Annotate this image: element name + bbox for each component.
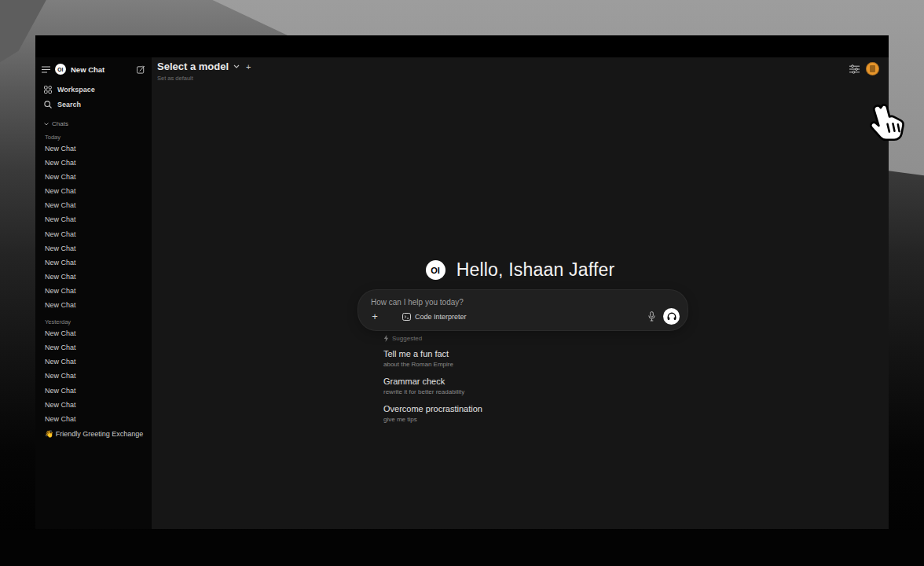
suggested-section: Suggested Tell me a fun fact about the R… (383, 334, 682, 424)
model-selector[interactable]: Select a model + (157, 61, 251, 72)
chat-item[interactable]: New Chat (42, 326, 145, 340)
code-interpreter-toggle[interactable]: Code Interpreter (402, 313, 467, 321)
chat-item[interactable]: New Chat (42, 369, 145, 383)
chevron-down-icon (44, 123, 49, 126)
chat-item[interactable]: New Chat (42, 284, 145, 298)
sidebar: OI New Chat Workspace (35, 57, 152, 529)
sidebar-item-label: Workspace (57, 86, 95, 94)
main-area: Select a model + Set as default OI Hello… (152, 57, 889, 529)
chat-item[interactable]: New Chat (42, 227, 145, 241)
terminal-icon (402, 313, 411, 321)
user-avatar[interactable] (866, 62, 879, 75)
voice-call-button[interactable] (663, 308, 680, 325)
chat-item[interactable]: New Chat (42, 298, 145, 312)
chat-item[interactable]: New Chat (42, 412, 145, 426)
set-as-default-button[interactable]: Set as default (157, 75, 251, 82)
chat-item[interactable]: New Chat (42, 142, 145, 156)
suggestion-list: Tell me a fun fact about the Roman Empir… (383, 349, 682, 424)
window-top-strip (35, 35, 889, 57)
chat-item[interactable]: New Chat (42, 198, 145, 212)
chat-item-named[interactable]: 👋 Friendly Greeting Exchange (42, 427, 145, 441)
app-window: OI New Chat Workspace (35, 35, 889, 529)
sparkle-icon (383, 335, 389, 342)
sidebar-item-workspace[interactable]: Workspace (42, 82, 145, 97)
controls-sliders-icon[interactable] (849, 64, 860, 74)
suggestion-item[interactable]: Tell me a fun fact about the Roman Empir… (383, 349, 682, 369)
add-model-button[interactable]: + (246, 62, 251, 72)
chat-item[interactable]: New Chat (42, 340, 145, 355)
model-selector-label: Select a model (157, 61, 229, 72)
headphones-icon (667, 312, 676, 321)
microphone-icon[interactable] (648, 311, 655, 322)
suggestion-item[interactable]: Overcome procrastination give me tips (383, 404, 682, 424)
chat-composer: + Code Interpreter (358, 289, 688, 331)
new-chat-icon[interactable] (137, 65, 145, 74)
background-bottom-bar (0, 530, 924, 566)
chat-item[interactable]: New Chat (42, 255, 145, 270)
sidebar-item-search[interactable]: Search (42, 97, 145, 112)
chat-groups: Today New ChatNew ChatNew ChatNew ChatNe… (42, 127, 145, 426)
sidebar-toggle-icon[interactable] (42, 66, 50, 73)
chat-item[interactable]: New Chat (42, 355, 145, 369)
sidebar-title: New Chat (71, 65, 132, 74)
app-logo: OI (426, 260, 446, 280)
chat-item[interactable]: New Chat (42, 398, 145, 412)
greeting-text: Hello, Ishaan Jaffer (456, 259, 615, 281)
greeting-hero: OI Hello, Ishaan Jaffer (152, 259, 889, 281)
chat-group-label: Today (42, 134, 145, 142)
sidebar-item-label: Search (57, 101, 81, 108)
chat-item[interactable]: New Chat (42, 241, 145, 255)
chat-item[interactable]: New Chat (42, 384, 145, 398)
chat-item[interactable]: New Chat (42, 170, 145, 184)
attach-button[interactable]: + (369, 311, 380, 322)
app-logo: OI (55, 64, 66, 75)
message-input[interactable] (358, 290, 688, 307)
chat-item[interactable]: New Chat (42, 270, 145, 284)
chat-item[interactable]: New Chat (42, 212, 145, 226)
suggestion-item[interactable]: Grammar check rewrite it for better read… (383, 377, 682, 397)
chevron-down-icon (233, 64, 240, 68)
chat-item[interactable]: New Chat (42, 156, 145, 170)
chats-section-header[interactable]: Chats (42, 120, 145, 127)
chat-item[interactable]: New Chat (42, 184, 145, 198)
chat-group-label: Yesterday (42, 318, 145, 326)
suggested-header: Suggested (383, 334, 682, 342)
